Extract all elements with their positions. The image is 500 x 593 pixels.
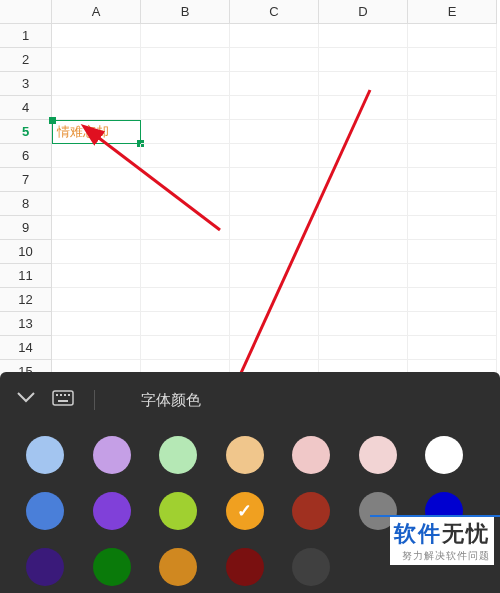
cell-E14[interactable] — [408, 336, 497, 360]
row-header-7[interactable]: 7 — [0, 168, 52, 192]
cell-C7[interactable] — [230, 168, 319, 192]
cell-B3[interactable] — [141, 72, 230, 96]
collapse-icon[interactable] — [16, 391, 36, 409]
row-header-11[interactable]: 11 — [0, 264, 52, 288]
keyboard-icon[interactable] — [52, 390, 74, 410]
cell-B1[interactable] — [141, 24, 230, 48]
cell-E4[interactable] — [408, 96, 497, 120]
cell-A8[interactable] — [52, 192, 141, 216]
row-header-9[interactable]: 9 — [0, 216, 52, 240]
cell-D5[interactable] — [319, 120, 408, 144]
cell-A6[interactable] — [52, 144, 141, 168]
color-swatch-6[interactable] — [425, 436, 463, 474]
cell-C3[interactable] — [230, 72, 319, 96]
cell-E8[interactable] — [408, 192, 497, 216]
cell-B10[interactable] — [141, 240, 230, 264]
color-swatch-1[interactable] — [93, 436, 131, 474]
cell-C6[interactable] — [230, 144, 319, 168]
cell-B6[interactable] — [141, 144, 230, 168]
cell-D14[interactable] — [319, 336, 408, 360]
row-header-3[interactable]: 3 — [0, 72, 52, 96]
cell-A14[interactable] — [52, 336, 141, 360]
cell-D4[interactable] — [319, 96, 408, 120]
cell-A12[interactable] — [52, 288, 141, 312]
cell-A4[interactable] — [52, 96, 141, 120]
cell-D10[interactable] — [319, 240, 408, 264]
row-header-12[interactable]: 12 — [0, 288, 52, 312]
cell-D12[interactable] — [319, 288, 408, 312]
cell-E13[interactable] — [408, 312, 497, 336]
corner-cell[interactable] — [0, 0, 52, 24]
cell-A2[interactable] — [52, 48, 141, 72]
row-header-13[interactable]: 13 — [0, 312, 52, 336]
cell-A5[interactable]: 情难忘却 — [52, 120, 141, 144]
color-swatch-8[interactable] — [93, 492, 131, 530]
cell-C13[interactable] — [230, 312, 319, 336]
cell-E5[interactable] — [408, 120, 497, 144]
column-header-A[interactable]: A — [52, 0, 141, 24]
row-header-10[interactable]: 10 — [0, 240, 52, 264]
cell-B13[interactable] — [141, 312, 230, 336]
cell-B5[interactable] — [141, 120, 230, 144]
cell-C2[interactable] — [230, 48, 319, 72]
color-swatch-18[interactable] — [292, 548, 330, 586]
cell-E6[interactable] — [408, 144, 497, 168]
cell-D7[interactable] — [319, 168, 408, 192]
cell-D8[interactable] — [319, 192, 408, 216]
color-swatch-15[interactable] — [93, 548, 131, 586]
cell-D13[interactable] — [319, 312, 408, 336]
column-header-C[interactable]: C — [230, 0, 319, 24]
cell-E1[interactable] — [408, 24, 497, 48]
cell-A11[interactable] — [52, 264, 141, 288]
cell-D9[interactable] — [319, 216, 408, 240]
row-header-5[interactable]: 5 — [0, 120, 52, 144]
color-swatch-5[interactable] — [359, 436, 397, 474]
cell-C10[interactable] — [230, 240, 319, 264]
cell-A13[interactable] — [52, 312, 141, 336]
row-header-6[interactable]: 6 — [0, 144, 52, 168]
cell-C4[interactable] — [230, 96, 319, 120]
cell-E10[interactable] — [408, 240, 497, 264]
color-swatch-14[interactable] — [26, 548, 64, 586]
cell-E3[interactable] — [408, 72, 497, 96]
cell-C12[interactable] — [230, 288, 319, 312]
color-swatch-2[interactable] — [159, 436, 197, 474]
cell-E7[interactable] — [408, 168, 497, 192]
column-header-B[interactable]: B — [141, 0, 230, 24]
color-swatch-4[interactable] — [292, 436, 330, 474]
color-swatch-3[interactable] — [226, 436, 264, 474]
cell-C14[interactable] — [230, 336, 319, 360]
cell-B11[interactable] — [141, 264, 230, 288]
color-swatch-0[interactable] — [26, 436, 64, 474]
row-header-4[interactable]: 4 — [0, 96, 52, 120]
cell-D2[interactable] — [319, 48, 408, 72]
cell-B12[interactable] — [141, 288, 230, 312]
cell-B9[interactable] — [141, 216, 230, 240]
cell-D11[interactable] — [319, 264, 408, 288]
cell-C5[interactable] — [230, 120, 319, 144]
cell-D6[interactable] — [319, 144, 408, 168]
row-header-2[interactable]: 2 — [0, 48, 52, 72]
color-swatch-17[interactable] — [226, 548, 264, 586]
cell-B4[interactable] — [141, 96, 230, 120]
color-swatch-16[interactable] — [159, 548, 197, 586]
cell-B2[interactable] — [141, 48, 230, 72]
cell-B14[interactable] — [141, 336, 230, 360]
column-header-D[interactable]: D — [319, 0, 408, 24]
cell-A1[interactable] — [52, 24, 141, 48]
column-header-E[interactable]: E — [408, 0, 497, 24]
cell-B8[interactable] — [141, 192, 230, 216]
cell-E12[interactable] — [408, 288, 497, 312]
cell-A10[interactable] — [52, 240, 141, 264]
color-swatch-9[interactable] — [159, 492, 197, 530]
row-header-8[interactable]: 8 — [0, 192, 52, 216]
row-header-14[interactable]: 14 — [0, 336, 52, 360]
cell-E9[interactable] — [408, 216, 497, 240]
cell-C11[interactable] — [230, 264, 319, 288]
cell-A9[interactable] — [52, 216, 141, 240]
cell-C9[interactable] — [230, 216, 319, 240]
row-header-1[interactable]: 1 — [0, 24, 52, 48]
cell-E2[interactable] — [408, 48, 497, 72]
cell-C1[interactable] — [230, 24, 319, 48]
cell-D3[interactable] — [319, 72, 408, 96]
